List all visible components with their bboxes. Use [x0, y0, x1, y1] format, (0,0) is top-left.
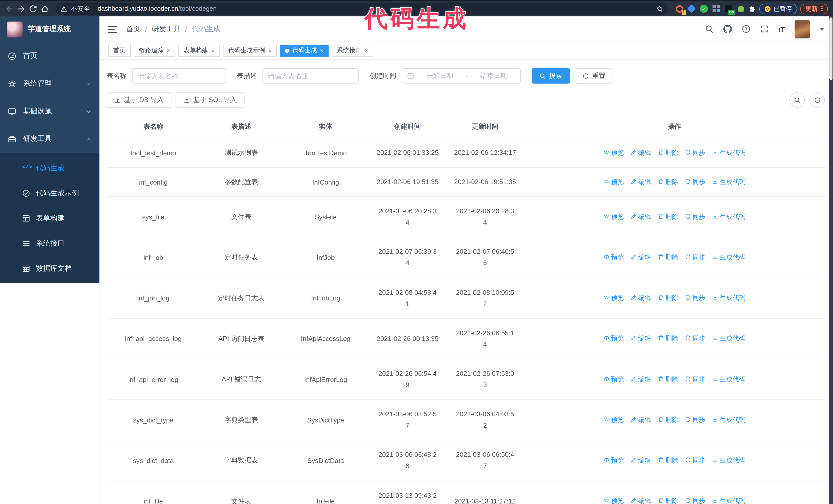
sidebar-item-1[interactable]: 系统管理	[0, 70, 99, 97]
extension-alien-icon[interactable]	[736, 4, 745, 13]
preview-link[interactable]: 预览	[603, 335, 624, 343]
delete-link[interactable]: 删除	[658, 178, 678, 186]
fullscreen-icon[interactable]	[760, 25, 769, 33]
back-icon[interactable]	[5, 4, 14, 13]
generate-code-link[interactable]: 生成代码	[712, 294, 745, 303]
sync-link[interactable]: 同步	[685, 213, 705, 221]
paused-badge[interactable]: 已暂停	[759, 3, 797, 14]
edit-link[interactable]: 编辑	[630, 415, 651, 424]
sidebar-subitem-0[interactable]: </>代码生成	[0, 155, 99, 181]
delete-link[interactable]: 删除	[658, 148, 678, 157]
tab-3[interactable]: 代码生成示例×	[223, 44, 277, 57]
sync-link[interactable]: 同步	[685, 178, 705, 186]
edit-link[interactable]: 编辑	[630, 294, 651, 303]
tab-close-icon[interactable]: ×	[268, 47, 272, 54]
breadcrumb-home[interactable]: 首页	[126, 24, 140, 33]
delete-link[interactable]: 删除	[658, 375, 678, 384]
extension-switch-icon[interactable]: on	[724, 4, 733, 13]
preview-link[interactable]: 预览	[603, 415, 624, 424]
reset-button[interactable]: 重置	[575, 68, 613, 83]
table-desc-input[interactable]	[262, 68, 359, 83]
user-menu-caret-icon[interactable]	[820, 27, 825, 30]
tab-close-icon[interactable]: ×	[364, 47, 368, 54]
refresh-table-button[interactable]	[809, 92, 825, 108]
generate-code-link[interactable]: 生成代码	[712, 148, 745, 157]
sidebar-subitem-2[interactable]: 表单构建	[0, 206, 99, 231]
extension-grid-icon[interactable]	[712, 4, 721, 13]
sync-link[interactable]: 同步	[685, 294, 705, 303]
edit-link[interactable]: 编辑	[630, 497, 651, 504]
delete-link[interactable]: 删除	[658, 253, 678, 262]
delete-link[interactable]: 删除	[658, 415, 678, 424]
help-icon[interactable]	[742, 25, 751, 33]
delete-link[interactable]: 删除	[658, 294, 678, 303]
extension-gem-icon[interactable]	[687, 4, 696, 13]
search-icon[interactable]	[705, 25, 714, 33]
sidebar-subitem-4[interactable]: 数据库文档	[0, 256, 99, 281]
preview-link[interactable]: 预览	[603, 456, 624, 465]
generate-code-link[interactable]: 生成代码	[712, 497, 745, 504]
font-size-icon[interactable]: tT	[779, 25, 785, 33]
generate-code-link[interactable]: 生成代码	[712, 375, 745, 384]
generate-code-link[interactable]: 生成代码	[712, 178, 745, 186]
tab-0[interactable]: 首页	[108, 44, 131, 57]
sync-link[interactable]: 同步	[685, 148, 705, 157]
generate-code-link[interactable]: 生成代码	[712, 456, 745, 465]
preview-link[interactable]: 预览	[603, 148, 624, 157]
preview-link[interactable]: 预览	[603, 375, 624, 384]
delete-link[interactable]: 删除	[658, 497, 678, 504]
tab-close-icon[interactable]: ×	[320, 47, 324, 54]
date-range-picker[interactable]: 开始日期 - 结束日期	[402, 68, 521, 83]
sidebar-subitem-3[interactable]: 系统接口	[0, 231, 99, 256]
generate-code-link[interactable]: 生成代码	[712, 335, 745, 343]
insecure-warning-icon[interactable]	[61, 5, 67, 12]
generate-code-link[interactable]: 生成代码	[712, 415, 745, 424]
bookmark-star-icon[interactable]	[656, 5, 663, 12]
tab-4[interactable]: 代码生成×	[280, 44, 329, 57]
edit-link[interactable]: 编辑	[630, 178, 651, 186]
tab-1[interactable]: 链路追踪×	[134, 44, 175, 57]
reload-icon[interactable]	[29, 4, 38, 13]
sidebar-logo[interactable]: 芋道管理系统	[0, 17, 99, 42]
edit-link[interactable]: 编辑	[630, 375, 651, 384]
toggle-search-button[interactable]	[789, 92, 805, 108]
page-scrollbar[interactable]	[829, 17, 833, 504]
forward-icon[interactable]	[17, 4, 26, 13]
extensions-puzzle-icon[interactable]	[748, 5, 756, 13]
table-name-input[interactable]	[132, 68, 226, 83]
sync-link[interactable]: 同步	[685, 253, 705, 262]
breadcrumb-tools[interactable]: 研发工具	[152, 24, 181, 33]
sync-link[interactable]: 同步	[685, 415, 705, 424]
preview-link[interactable]: 预览	[603, 294, 624, 303]
update-button[interactable]: 更新	[800, 3, 828, 14]
delete-link[interactable]: 删除	[658, 335, 678, 343]
extension-check-icon[interactable]: ✓	[699, 4, 709, 13]
sync-link[interactable]: 同步	[685, 456, 705, 465]
tab-close-icon[interactable]: ×	[211, 47, 215, 54]
scrollbar-thumb[interactable]	[829, 18, 832, 80]
sidebar-item-2[interactable]: 基础设施	[0, 97, 99, 125]
tab-5[interactable]: 系统接口×	[332, 44, 373, 57]
tab-close-icon[interactable]: ×	[167, 47, 170, 54]
generate-code-link[interactable]: 生成代码	[712, 253, 745, 262]
edit-link[interactable]: 编辑	[630, 213, 651, 221]
edit-link[interactable]: 编辑	[630, 148, 651, 157]
hamburger-icon[interactable]	[108, 25, 117, 32]
preview-link[interactable]: 预览	[603, 497, 624, 504]
sidebar-item-3[interactable]: 研发工具	[0, 125, 99, 153]
preview-link[interactable]: 预览	[603, 253, 624, 262]
import-db-button[interactable]: 基于 DB 导入	[106, 92, 171, 108]
browser-menu-icon[interactable]	[821, 5, 823, 12]
tab-2[interactable]: 表单构建×	[178, 44, 220, 57]
extension-oclock-icon[interactable]: 1	[674, 4, 684, 13]
github-icon[interactable]	[723, 25, 732, 33]
preview-link[interactable]: 预览	[603, 213, 624, 221]
edit-link[interactable]: 编辑	[630, 253, 651, 262]
address-bar[interactable]: 不安全 dashboard.yudao.iocoder.cn/tool/code…	[55, 3, 668, 15]
edit-link[interactable]: 编辑	[630, 456, 651, 465]
sidebar-subitem-1[interactable]: 代码生成示例	[0, 181, 99, 206]
edit-link[interactable]: 编辑	[630, 335, 651, 343]
avatar[interactable]	[794, 20, 810, 38]
sync-link[interactable]: 同步	[685, 335, 705, 343]
delete-link[interactable]: 删除	[658, 213, 678, 221]
